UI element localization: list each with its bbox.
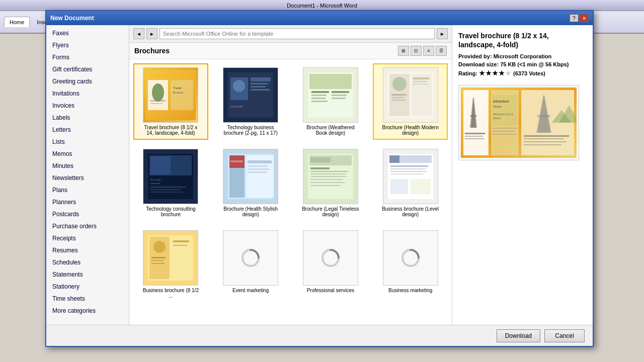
template-item-3[interactable]: Brochure (Weathered Book design) (293, 63, 368, 140)
svg-rect-117 (524, 144, 561, 145)
svg-text:Adventure: Adventure (493, 100, 509, 103)
sidebar-item-newsletters[interactable]: Newsletters (46, 172, 129, 184)
template-thumb-9 (143, 230, 198, 286)
detail-preview: Adventure Works Memories is not a lifeti… (458, 85, 579, 160)
svg-rect-71 (389, 155, 399, 163)
template-item-1[interactable]: Travel Brochure Travel brochure (8 1/2 x… (133, 63, 208, 140)
download-button[interactable]: Download (497, 329, 540, 342)
sidebar-item-resumes[interactable]: Resumes (46, 244, 129, 256)
svg-rect-114 (524, 135, 569, 137)
brochures-area: Brochures ⊞ ⊡ ≡ ☰ (129, 43, 452, 325)
template-label-8: Business brochure (Level design) (380, 206, 441, 217)
view-btn-2[interactable]: ⊡ (411, 46, 422, 56)
svg-rect-87 (173, 245, 187, 246)
search-forward-button[interactable]: ► (146, 28, 157, 39)
svg-rect-86 (173, 240, 189, 242)
sidebar-item-minutes[interactable]: Minutes (46, 160, 129, 172)
svg-rect-13 (251, 83, 268, 84)
view-btn-1[interactable]: ⊞ (398, 46, 409, 56)
view-btn-3[interactable]: ≡ (423, 46, 434, 56)
template-item-4[interactable]: Brochure (Health Modern design) (373, 63, 448, 140)
svg-rect-115 (524, 138, 564, 139)
template-item-5[interactable]: Technology Consulting Technology consult… (133, 145, 208, 221)
svg-rect-111 (537, 115, 550, 117)
svg-rect-26 (332, 98, 346, 99)
cancel-button[interactable]: Cancel (544, 329, 585, 342)
template-label-4: Brochure (Health Modern design) (380, 125, 441, 136)
template-label-6: Brochure (Health Stylish design) (220, 206, 281, 217)
search-input[interactable] (159, 28, 435, 39)
svg-rect-107 (492, 134, 516, 135)
sidebar-item-flyers[interactable]: Flyers (46, 39, 129, 51)
svg-rect-61 (310, 167, 330, 169)
search-go-button[interactable]: ► (437, 28, 448, 39)
rating-stars: ★★★★★ (479, 69, 512, 77)
templates-grid: Travel Brochure Travel brochure (8 1/2 x… (133, 63, 448, 303)
sidebar-item-purchase-orders[interactable]: Purchase orders (46, 220, 129, 232)
svg-text:Memories is not a: Memories is not a (493, 113, 513, 116)
view-controls: ⊞ ⊡ ≡ ☰ (398, 46, 447, 56)
sidebar-item-stationery[interactable]: Stationery (46, 281, 129, 293)
svg-rect-33 (391, 100, 406, 101)
svg-rect-82 (151, 257, 166, 258)
sidebar-item-schedules[interactable]: Schedules (46, 256, 129, 268)
sidebar-item-planners[interactable]: Planners (46, 196, 129, 208)
word-titlebar: Document1 - Microsoft Word (0, 0, 644, 11)
sidebar-item-faxes[interactable]: Faxes (46, 27, 129, 39)
sidebar-item-invitations[interactable]: Invitations (46, 87, 129, 100)
template-item-6[interactable]: HANOVER Brochure (Health Stylish design) (213, 145, 288, 221)
template-item-9[interactable]: Business brochure (8 1/2 ... (133, 226, 208, 303)
svg-rect-45 (150, 189, 181, 190)
sidebar-item-gift[interactable]: Gift certificates (46, 63, 129, 75)
view-btn-4[interactable]: ☰ (436, 46, 447, 56)
template-item-10[interactable]: Event marketing (213, 226, 288, 303)
svg-rect-35 (413, 77, 429, 79)
detail-rating: Rating: ★★★★★ (6373 Votes) (458, 69, 587, 77)
svg-rect-22 (311, 98, 326, 99)
svg-point-3 (152, 83, 164, 102)
sidebar-item-receipts[interactable]: Receipts (46, 232, 129, 244)
sidebar-item-plans[interactable]: Plans (46, 184, 129, 196)
sidebar-item-statements[interactable]: Statements (46, 268, 129, 281)
svg-rect-4 (150, 100, 166, 102)
template-item-12[interactable]: Business marketing (373, 226, 448, 303)
dialog-help-button[interactable]: ? (570, 14, 579, 22)
svg-rect-14 (251, 86, 266, 87)
sidebar-item-timesheets[interactable]: Time sheets (46, 293, 129, 305)
template-thumb-6: HANOVER (223, 149, 278, 204)
templates-scroll[interactable]: Travel Brochure Travel brochure (8 1/2 x… (129, 59, 452, 321)
dialog-titlebar: New Document ? ✕ (46, 11, 593, 25)
svg-rect-12 (251, 77, 271, 81)
svg-rect-54 (248, 165, 268, 167)
sidebar-item-postcards[interactable]: Postcards (46, 208, 129, 220)
svg-rect-67 (310, 185, 341, 186)
template-label-5: Technology consulting brochure (140, 206, 201, 217)
tab-home[interactable]: Home (4, 17, 30, 27)
svg-rect-44 (150, 187, 186, 188)
search-back-button[interactable]: ◄ (133, 28, 144, 39)
svg-rect-85 (172, 237, 192, 279)
sidebar-item-memos[interactable]: Memos (46, 148, 129, 160)
sidebar-item-invoices[interactable]: Invoices (46, 100, 129, 112)
svg-rect-95 (470, 115, 477, 117)
sidebar-item-more[interactable]: More categories (46, 305, 129, 317)
dialog-close-button[interactable]: ✕ (580, 14, 589, 22)
svg-rect-62 (310, 171, 348, 172)
main-content: ◄ ► ► Brochures ⊞ ⊡ ≡ ☰ (129, 25, 452, 325)
template-item-2[interactable]: HANOVER Technology business brochure (2-… (213, 63, 288, 140)
svg-rect-106 (492, 131, 515, 132)
sidebar-item-forms[interactable]: Forms (46, 51, 129, 63)
sidebar-item-letters[interactable]: Letters (46, 124, 129, 136)
detail-title: Travel brochure (8 1/2 x 14, landscape, … (458, 31, 587, 49)
template-label-3: Brochure (Weathered Book design) (300, 125, 361, 136)
sidebar-item-lists[interactable]: Lists (46, 136, 129, 148)
svg-rect-74 (390, 171, 427, 172)
svg-rect-41 (150, 156, 171, 174)
svg-rect-32 (391, 97, 404, 98)
template-item-7[interactable]: Brochure (Legal Timeless design) (293, 145, 368, 221)
template-item-11[interactable]: Professional services (293, 226, 368, 303)
sidebar-item-greeting[interactable]: Greeting cards (46, 75, 129, 87)
template-item-8[interactable]: Business brochure (Level design) (373, 145, 448, 221)
sidebar-item-labels[interactable]: Labels (46, 112, 129, 124)
dialog-controls: ? ✕ (570, 14, 589, 22)
